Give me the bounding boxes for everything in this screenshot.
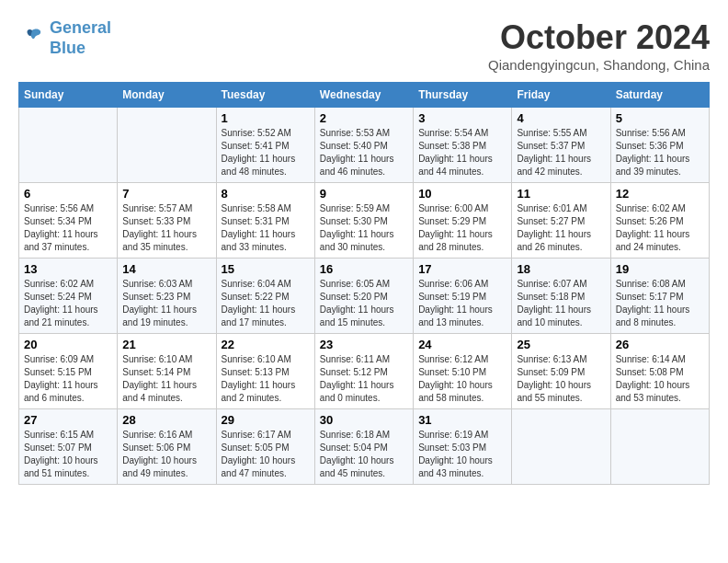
calendar-table: SundayMondayTuesdayWednesdayThursdayFrid… bbox=[18, 82, 710, 485]
week-row-4: 20Sunrise: 6:09 AM Sunset: 5:15 PM Dayli… bbox=[19, 334, 710, 409]
day-number: 28 bbox=[122, 413, 210, 427]
logo-line2: Blue bbox=[50, 39, 111, 59]
calendar-cell: 10Sunrise: 6:00 AM Sunset: 5:29 PM Dayli… bbox=[414, 183, 512, 259]
day-info: Sunrise: 6:15 AM Sunset: 5:07 PM Dayligh… bbox=[24, 429, 112, 480]
day-info: Sunrise: 6:01 AM Sunset: 5:27 PM Dayligh… bbox=[517, 202, 605, 254]
calendar-cell: 29Sunrise: 6:17 AM Sunset: 5:05 PM Dayli… bbox=[216, 409, 314, 485]
calendar-cell: 23Sunrise: 6:11 AM Sunset: 5:12 PM Dayli… bbox=[314, 334, 413, 409]
day-info: Sunrise: 6:17 AM Sunset: 5:05 PM Dayligh… bbox=[222, 429, 310, 480]
weekday-header-monday: Monday bbox=[118, 83, 216, 108]
weekday-header-row: SundayMondayTuesdayWednesdayThursdayFrid… bbox=[19, 83, 710, 108]
day-number: 13 bbox=[24, 262, 112, 276]
calendar-cell: 26Sunrise: 6:14 AM Sunset: 5:08 PM Dayli… bbox=[610, 334, 709, 409]
calendar-cell: 1Sunrise: 5:52 AM Sunset: 5:41 PM Daylig… bbox=[216, 108, 314, 183]
calendar-cell: 17Sunrise: 6:06 AM Sunset: 5:19 PM Dayli… bbox=[414, 259, 512, 334]
day-number: 3 bbox=[418, 111, 506, 125]
logo: General Blue bbox=[18, 18, 111, 58]
day-number: 5 bbox=[616, 111, 704, 125]
day-number: 9 bbox=[320, 187, 408, 201]
calendar-cell: 4Sunrise: 5:55 AM Sunset: 5:37 PM Daylig… bbox=[512, 108, 610, 183]
day-info: Sunrise: 6:18 AM Sunset: 5:04 PM Dayligh… bbox=[320, 429, 408, 480]
location: Qiandengyingcun, Shandong, China bbox=[488, 57, 710, 73]
calendar-cell: 6Sunrise: 5:56 AM Sunset: 5:34 PM Daylig… bbox=[19, 183, 118, 259]
day-number: 10 bbox=[418, 187, 506, 201]
weekday-header-thursday: Thursday bbox=[414, 83, 512, 108]
day-number: 7 bbox=[122, 187, 210, 201]
month-title: October 2024 bbox=[488, 18, 710, 57]
day-number: 20 bbox=[24, 338, 112, 351]
day-info: Sunrise: 5:56 AM Sunset: 5:36 PM Dayligh… bbox=[616, 127, 704, 178]
day-number: 27 bbox=[24, 413, 112, 427]
calendar-cell bbox=[512, 409, 610, 485]
calendar-cell: 19Sunrise: 6:08 AM Sunset: 5:17 PM Dayli… bbox=[610, 259, 709, 334]
day-number: 16 bbox=[320, 262, 408, 276]
day-number: 14 bbox=[122, 262, 210, 276]
page-header: General Blue October 2024 Qiandengyingcu… bbox=[18, 18, 710, 73]
day-info: Sunrise: 5:53 AM Sunset: 5:40 PM Dayligh… bbox=[320, 127, 408, 178]
calendar-cell: 21Sunrise: 6:10 AM Sunset: 5:14 PM Dayli… bbox=[118, 334, 216, 409]
day-info: Sunrise: 5:58 AM Sunset: 5:31 PM Dayligh… bbox=[222, 202, 310, 254]
day-info: Sunrise: 6:04 AM Sunset: 5:22 PM Dayligh… bbox=[222, 278, 310, 329]
week-row-2: 6Sunrise: 5:56 AM Sunset: 5:34 PM Daylig… bbox=[19, 183, 710, 259]
day-number: 2 bbox=[320, 111, 408, 125]
day-info: Sunrise: 5:56 AM Sunset: 5:34 PM Dayligh… bbox=[24, 202, 112, 254]
calendar-cell: 31Sunrise: 6:19 AM Sunset: 5:03 PM Dayli… bbox=[414, 409, 512, 485]
day-info: Sunrise: 6:02 AM Sunset: 5:26 PM Dayligh… bbox=[616, 202, 704, 254]
day-info: Sunrise: 5:52 AM Sunset: 5:41 PM Dayligh… bbox=[222, 127, 310, 178]
day-number: 11 bbox=[517, 187, 605, 201]
day-info: Sunrise: 6:12 AM Sunset: 5:10 PM Dayligh… bbox=[418, 353, 506, 405]
calendar-cell: 24Sunrise: 6:12 AM Sunset: 5:10 PM Dayli… bbox=[414, 334, 512, 409]
day-number: 6 bbox=[24, 187, 112, 201]
calendar-cell: 28Sunrise: 6:16 AM Sunset: 5:06 PM Dayli… bbox=[118, 409, 216, 485]
calendar-cell: 9Sunrise: 5:59 AM Sunset: 5:30 PM Daylig… bbox=[314, 183, 413, 259]
day-number: 12 bbox=[616, 187, 704, 201]
calendar-cell: 7Sunrise: 5:57 AM Sunset: 5:33 PM Daylig… bbox=[118, 183, 216, 259]
calendar-cell: 2Sunrise: 5:53 AM Sunset: 5:40 PM Daylig… bbox=[314, 108, 413, 183]
day-number: 23 bbox=[320, 338, 408, 351]
day-info: Sunrise: 6:07 AM Sunset: 5:18 PM Dayligh… bbox=[517, 278, 605, 329]
weekday-header-friday: Friday bbox=[512, 83, 610, 108]
day-number: 24 bbox=[418, 338, 506, 351]
calendar-cell: 13Sunrise: 6:02 AM Sunset: 5:24 PM Dayli… bbox=[19, 259, 118, 334]
weekday-header-tuesday: Tuesday bbox=[216, 83, 314, 108]
calendar-cell: 8Sunrise: 5:58 AM Sunset: 5:31 PM Daylig… bbox=[216, 183, 314, 259]
logo-line1: General bbox=[50, 18, 111, 39]
day-info: Sunrise: 6:00 AM Sunset: 5:29 PM Dayligh… bbox=[418, 202, 506, 254]
day-info: Sunrise: 6:10 AM Sunset: 5:13 PM Dayligh… bbox=[222, 353, 310, 405]
day-info: Sunrise: 6:14 AM Sunset: 5:08 PM Dayligh… bbox=[616, 353, 704, 405]
day-number: 4 bbox=[517, 111, 605, 125]
day-number: 31 bbox=[418, 413, 506, 427]
day-info: Sunrise: 5:59 AM Sunset: 5:30 PM Dayligh… bbox=[320, 202, 408, 254]
day-number: 26 bbox=[616, 338, 704, 351]
day-number: 19 bbox=[616, 262, 704, 276]
day-info: Sunrise: 5:55 AM Sunset: 5:37 PM Dayligh… bbox=[517, 127, 605, 178]
calendar-cell: 27Sunrise: 6:15 AM Sunset: 5:07 PM Dayli… bbox=[19, 409, 118, 485]
calendar-cell: 22Sunrise: 6:10 AM Sunset: 5:13 PM Dayli… bbox=[216, 334, 314, 409]
calendar-cell: 5Sunrise: 5:56 AM Sunset: 5:36 PM Daylig… bbox=[610, 108, 709, 183]
day-info: Sunrise: 6:05 AM Sunset: 5:20 PM Dayligh… bbox=[320, 278, 408, 329]
calendar-cell: 12Sunrise: 6:02 AM Sunset: 5:26 PM Dayli… bbox=[610, 183, 709, 259]
title-block: October 2024 Qiandengyingcun, Shandong, … bbox=[488, 18, 710, 73]
day-info: Sunrise: 6:16 AM Sunset: 5:06 PM Dayligh… bbox=[122, 429, 210, 480]
weekday-header-saturday: Saturday bbox=[610, 83, 709, 108]
day-info: Sunrise: 6:19 AM Sunset: 5:03 PM Dayligh… bbox=[418, 429, 506, 480]
logo-icon bbox=[18, 25, 46, 52]
day-number: 8 bbox=[222, 187, 310, 201]
day-info: Sunrise: 6:02 AM Sunset: 5:24 PM Dayligh… bbox=[24, 278, 112, 329]
day-number: 30 bbox=[320, 413, 408, 427]
day-number: 25 bbox=[517, 338, 605, 351]
day-number: 1 bbox=[222, 111, 310, 125]
logo-text: General Blue bbox=[50, 18, 111, 58]
day-info: Sunrise: 6:06 AM Sunset: 5:19 PM Dayligh… bbox=[418, 278, 506, 329]
calendar-cell: 11Sunrise: 6:01 AM Sunset: 5:27 PM Dayli… bbox=[512, 183, 610, 259]
day-info: Sunrise: 6:10 AM Sunset: 5:14 PM Dayligh… bbox=[122, 353, 210, 405]
weekday-header-wednesday: Wednesday bbox=[314, 83, 413, 108]
day-info: Sunrise: 6:03 AM Sunset: 5:23 PM Dayligh… bbox=[122, 278, 210, 329]
day-info: Sunrise: 5:54 AM Sunset: 5:38 PM Dayligh… bbox=[418, 127, 506, 178]
day-info: Sunrise: 5:57 AM Sunset: 5:33 PM Dayligh… bbox=[122, 202, 210, 254]
day-number: 18 bbox=[517, 262, 605, 276]
calendar-cell: 18Sunrise: 6:07 AM Sunset: 5:18 PM Dayli… bbox=[512, 259, 610, 334]
calendar-cell: 30Sunrise: 6:18 AM Sunset: 5:04 PM Dayli… bbox=[314, 409, 413, 485]
calendar-cell: 16Sunrise: 6:05 AM Sunset: 5:20 PM Dayli… bbox=[314, 259, 413, 334]
weekday-header-sunday: Sunday bbox=[19, 83, 118, 108]
